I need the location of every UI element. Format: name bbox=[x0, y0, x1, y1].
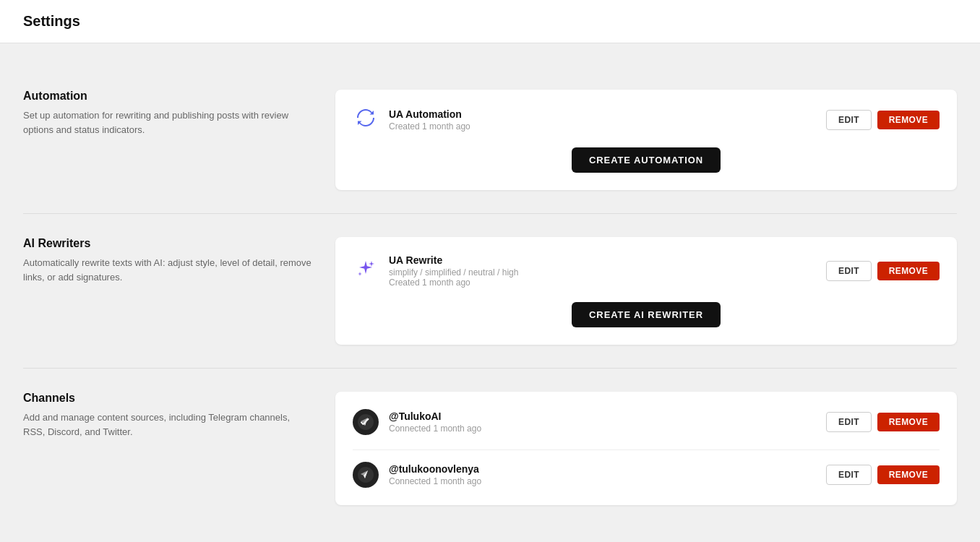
automation-section-info: Automation Set up automation for rewriti… bbox=[23, 90, 312, 190]
channel-avatar-1 bbox=[353, 409, 379, 435]
channel-edit-button-1[interactable]: EDIT bbox=[826, 412, 872, 432]
page-content: Automation Set up automation for rewriti… bbox=[0, 43, 980, 542]
automation-section-description: Set up automation for rewriting and publ… bbox=[23, 108, 312, 137]
ai-rewriter-item-subtitle-line1: simplify / simplified / neutral / high bbox=[389, 267, 816, 278]
ai-rewriter-remove-button[interactable]: REMOVE bbox=[877, 262, 940, 280]
channel-avatar-2 bbox=[353, 462, 379, 488]
page-header: Settings bbox=[0, 0, 980, 43]
automation-item-name: UA Automation bbox=[389, 108, 816, 120]
create-automation-button[interactable]: CREATE AUTOMATION bbox=[572, 147, 721, 173]
channel-item-details-2: @tulukoonovlenya Connected 1 month ago bbox=[389, 463, 816, 486]
channel-item-actions-2: EDIT REMOVE bbox=[826, 465, 940, 485]
automation-card: UA Automation Created 1 month ago EDIT R… bbox=[335, 90, 957, 190]
channel-item-row-2: @tulukoonovlenya Connected 1 month ago E… bbox=[353, 462, 940, 488]
ai-rewriter-edit-button[interactable]: EDIT bbox=[826, 261, 872, 281]
automation-remove-button[interactable]: REMOVE bbox=[877, 111, 940, 129]
ai-rewriters-section: AI Rewriters Automatically rewrite texts… bbox=[23, 214, 957, 369]
channel-edit-button-2[interactable]: EDIT bbox=[826, 465, 872, 485]
channel-item-name-1: @TulukoAI bbox=[389, 410, 816, 422]
automation-item-subtitle: Created 1 month ago bbox=[389, 121, 816, 132]
channel-item-details-1: @TulukoAI Connected 1 month ago bbox=[389, 410, 816, 434]
channel-item-actions-1: EDIT REMOVE bbox=[826, 412, 940, 432]
automation-item-actions: EDIT REMOVE bbox=[826, 110, 940, 130]
page-title: Settings bbox=[23, 13, 957, 30]
channel-item-row-1: @TulukoAI Connected 1 month ago EDIT REM… bbox=[353, 409, 940, 435]
sparkle-icon bbox=[356, 259, 376, 283]
channel-divider bbox=[353, 449, 940, 450]
channels-card: @TulukoAI Connected 1 month ago EDIT REM… bbox=[335, 392, 957, 505]
automation-section: Automation Set up automation for rewriti… bbox=[23, 66, 957, 214]
channels-section-title: Channels bbox=[23, 392, 312, 405]
automation-edit-button[interactable]: EDIT bbox=[826, 110, 872, 130]
channel-item-subtitle-1: Connected 1 month ago bbox=[389, 423, 816, 434]
ai-rewriters-section-description: Automatically rewrite texts with AI: adj… bbox=[23, 256, 312, 284]
ai-rewriters-section-info: AI Rewriters Automatically rewrite texts… bbox=[23, 237, 312, 345]
channel-item-name-2: @tulukoonovlenya bbox=[389, 463, 816, 475]
channels-section: Channels Add and manage content sources,… bbox=[23, 369, 957, 528]
create-ai-rewriter-button[interactable]: CREATE AI REWRITER bbox=[572, 302, 721, 327]
ai-rewriter-icon bbox=[353, 258, 379, 284]
channels-section-description: Add and manage content sources, includin… bbox=[23, 410, 312, 439]
ai-rewriters-card: UA Rewrite simplify / simplified / neutr… bbox=[335, 237, 957, 345]
ai-rewriters-section-title: AI Rewriters bbox=[23, 237, 312, 250]
ai-rewriter-item-details: UA Rewrite simplify / simplified / neutr… bbox=[389, 254, 816, 288]
channels-section-info: Channels Add and manage content sources,… bbox=[23, 392, 312, 505]
automation-section-title: Automation bbox=[23, 90, 312, 103]
ai-rewriter-item-subtitle-line2: Created 1 month ago bbox=[389, 278, 816, 288]
ai-rewriter-item-name: UA Rewrite bbox=[389, 254, 816, 266]
automation-icon bbox=[353, 107, 379, 133]
sync-icon bbox=[356, 108, 376, 132]
channel-remove-button-2[interactable]: REMOVE bbox=[877, 465, 940, 484]
automation-item-row: UA Automation Created 1 month ago EDIT R… bbox=[353, 107, 940, 133]
channel-remove-button-1[interactable]: REMOVE bbox=[877, 413, 940, 431]
automation-item-details: UA Automation Created 1 month ago bbox=[389, 108, 816, 132]
ai-rewriter-item-row: UA Rewrite simplify / simplified / neutr… bbox=[353, 254, 940, 288]
channel-item-subtitle-2: Connected 1 month ago bbox=[389, 476, 816, 486]
ai-rewriter-item-actions: EDIT REMOVE bbox=[826, 261, 940, 281]
